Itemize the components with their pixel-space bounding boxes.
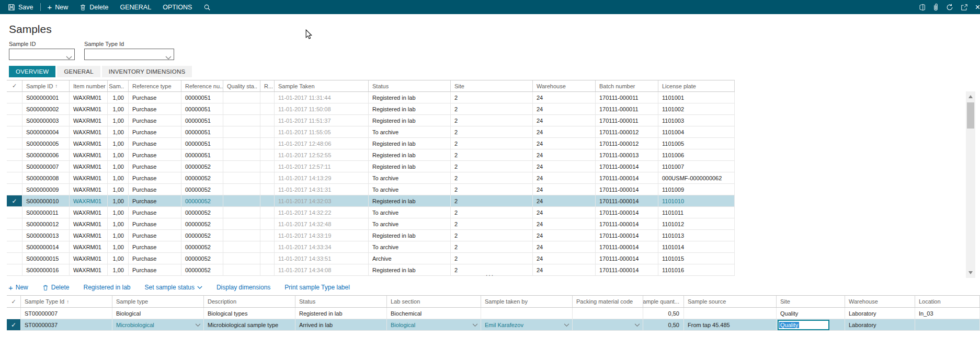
cell-reference_type[interactable]: Purchase: [129, 195, 181, 206]
cell-description[interactable]: Biological types: [204, 308, 295, 319]
scrollbar-thumb[interactable]: [967, 102, 974, 129]
cell-r[interactable]: [260, 207, 275, 218]
cell-reference_type[interactable]: Purchase: [129, 138, 181, 149]
cell-item_number[interactable]: WAXRM01: [70, 149, 108, 160]
cell-batch_number[interactable]: 170111-000014: [596, 230, 658, 241]
row-checkbox[interactable]: ✓: [7, 319, 21, 330]
print-sample-type-label-button[interactable]: Print sample Type label: [284, 284, 350, 291]
sample-id-input[interactable]: [9, 49, 63, 60]
registered-in-lab-button[interactable]: Registered in lab: [83, 284, 130, 291]
cell-qty[interactable]: 1,00: [108, 184, 129, 195]
column-header-sample_source[interactable]: Sample source: [684, 296, 777, 307]
cell-status[interactable]: To archive: [369, 207, 451, 218]
row-checkbox[interactable]: [7, 126, 22, 137]
cell-qty[interactable]: 1,00: [108, 126, 129, 137]
cell-reference_number[interactable]: 00000052: [181, 184, 223, 195]
grid-row[interactable]: S000000005WAXRM011,00Purchase0000005111-…: [7, 138, 735, 149]
cell-status[interactable]: Registered in lab: [369, 115, 451, 126]
column-header-site[interactable]: Site: [451, 80, 533, 91]
cell-quality_status[interactable]: [223, 161, 260, 172]
cell-sample_source[interactable]: From tap 45.485: [684, 319, 777, 330]
cell-quality_status[interactable]: [223, 103, 260, 114]
cell-license_plate[interactable]: 1101002: [658, 103, 735, 114]
cell-reference_type[interactable]: Purchase: [129, 92, 181, 103]
column-header-sample_taken[interactable]: Sample Taken: [275, 80, 369, 91]
cell-site[interactable]: 2: [451, 253, 533, 264]
cell-status[interactable]: To archive: [369, 184, 451, 195]
cell-license_plate[interactable]: 1101003: [658, 115, 735, 126]
cell-status[interactable]: Registered in lab: [369, 103, 451, 114]
chevron-down-icon[interactable]: [472, 322, 478, 328]
cell-item_number[interactable]: WAXRM01: [70, 92, 108, 103]
cell-sample_type[interactable]: Microbiological: [112, 319, 204, 330]
cell-batch_number[interactable]: 170111-000011: [596, 92, 658, 103]
cell-site[interactable]: 2: [451, 207, 533, 218]
cell-reference_number[interactable]: 00000051: [181, 115, 223, 126]
cell-status[interactable]: Arrived in lab: [295, 319, 387, 330]
cell-reference_number[interactable]: 00000052: [181, 161, 223, 172]
cell-sample_id[interactable]: S000000010: [22, 195, 70, 206]
cell-sample_source[interactable]: [684, 308, 777, 319]
cell-site[interactable]: 2: [451, 218, 533, 229]
cell-qty[interactable]: 1,00: [108, 195, 129, 206]
grid-row[interactable]: S000000001WAXRM011,00Purchase0000005111-…: [7, 92, 735, 103]
cell-quality_status[interactable]: [223, 230, 260, 241]
cell-r[interactable]: [260, 92, 275, 103]
row-checkbox[interactable]: [7, 138, 22, 149]
cell-quality_status[interactable]: [223, 207, 260, 218]
cell-status[interactable]: To archive: [369, 126, 451, 137]
grid-row[interactable]: S000000003WAXRM011,00Purchase0000005111-…: [7, 115, 735, 126]
grid-row[interactable]: S000000006WAXRM011,00Purchase0000005111-…: [7, 149, 735, 161]
cell-site[interactable]: 2: [451, 103, 533, 114]
column-header-batch_number[interactable]: Batch number: [596, 80, 658, 91]
office-app-button[interactable]: [915, 0, 929, 14]
cell-reference_type[interactable]: Purchase: [129, 184, 181, 195]
cell-reference_type[interactable]: Purchase: [129, 172, 181, 183]
cell-reference_number[interactable]: 00000051: [181, 138, 223, 149]
row-checkbox[interactable]: [7, 230, 22, 241]
save-button[interactable]: Save: [2, 0, 39, 14]
cell-item_number[interactable]: WAXRM01: [70, 138, 108, 149]
cell-r[interactable]: [260, 241, 275, 252]
cell-batch_number[interactable]: 170111-000012: [596, 126, 658, 137]
cell-license_plate[interactable]: 000USMF-0000000062: [658, 172, 735, 183]
sample-type-id-combobox[interactable]: [84, 49, 174, 60]
cell-batch_number[interactable]: 170111-000013: [596, 149, 658, 160]
cell-sample_id[interactable]: S000000011: [22, 207, 70, 218]
attachments-button[interactable]: [929, 0, 942, 14]
cell-warehouse[interactable]: Laboratory: [845, 308, 915, 319]
grid-row[interactable]: ✓S000000010WAXRM011,00Purchase0000005211…: [7, 195, 735, 207]
grid-row[interactable]: S000000004WAXRM011,00Purchase0000005111-…: [7, 126, 735, 138]
cell-sample_quantity[interactable]: 0,50: [643, 308, 684, 319]
options-menu-button[interactable]: OPTIONS: [157, 0, 198, 14]
cell-packing_material_code[interactable]: [573, 319, 643, 330]
cell-reference_type[interactable]: Purchase: [129, 149, 181, 160]
column-header-location[interactable]: Location: [915, 296, 980, 307]
cell-quality_status[interactable]: [223, 115, 260, 126]
cell-sample_taken[interactable]: 11-01-2017 11:55:05: [275, 126, 369, 137]
tab-general[interactable]: GENERAL: [57, 66, 100, 77]
column-header-check[interactable]: ✓: [7, 80, 22, 91]
cell-batch_number[interactable]: 170111-000012: [596, 138, 658, 149]
cell-warehouse[interactable]: 24: [533, 149, 596, 160]
cell-warehouse[interactable]: 24: [533, 172, 596, 183]
cell-r[interactable]: [260, 138, 275, 149]
cell-reference_type[interactable]: Purchase: [129, 207, 181, 218]
cell-qty[interactable]: 1,00: [108, 161, 129, 172]
cell-sample_id[interactable]: S000000009: [22, 184, 70, 195]
cell-reference_type[interactable]: Purchase: [129, 161, 181, 172]
cell-site[interactable]: 2: [451, 138, 533, 149]
cell-sample_id[interactable]: S000000013: [22, 230, 70, 241]
cell-status[interactable]: To archive: [369, 172, 451, 183]
cell-quality_status[interactable]: [223, 92, 260, 103]
cell-status[interactable]: Registered in lab: [369, 92, 451, 103]
cell-quality_status[interactable]: [223, 138, 260, 149]
row-checkbox[interactable]: [7, 308, 21, 319]
column-header-sample_quantity[interactable]: Sample quant...: [643, 296, 684, 307]
row-checkbox[interactable]: [7, 241, 22, 252]
row-checkbox[interactable]: [7, 253, 22, 264]
cell-reference_type[interactable]: Purchase: [129, 103, 181, 114]
cell-site[interactable]: 2: [451, 230, 533, 241]
cell-warehouse[interactable]: 24: [533, 207, 596, 218]
grid-row[interactable]: ✓ST00000037MicrobiologicalMicrobiologica…: [7, 319, 980, 331]
